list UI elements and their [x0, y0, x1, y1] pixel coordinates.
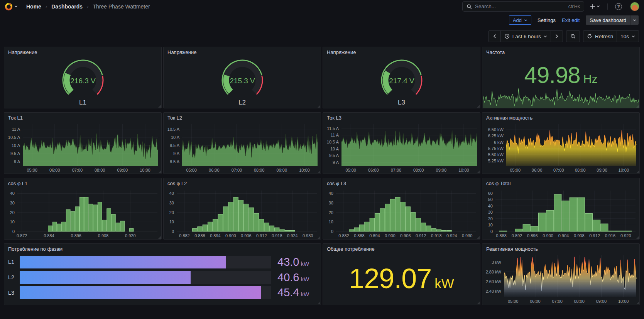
grafana-logo[interactable]	[5, 2, 18, 10]
svg-text:0.882: 0.882	[179, 233, 190, 238]
search-input[interactable]: Search... ctrl+k	[462, 1, 584, 12]
search-icon	[467, 4, 472, 9]
save-dashboard-button[interactable]: Save dashboard	[586, 15, 639, 25]
svg-text:0.920: 0.920	[125, 233, 136, 238]
svg-text:0.924: 0.924	[287, 233, 298, 238]
current-l2-chart[interactable]: 05:0006:0007:0008:0009:0010:0010.5 A10 A…	[164, 121, 321, 174]
panel-title[interactable]: Потребление по фазам	[4, 244, 321, 252]
chevron-down-icon	[632, 35, 635, 38]
gauge-chart[interactable]: 217.4 V L3	[323, 56, 480, 108]
panel-title[interactable]: Напряжение	[4, 47, 161, 56]
panel-title[interactable]: Реактивная мощность	[482, 244, 639, 252]
panel-title[interactable]: Ток L1	[4, 113, 161, 121]
zoom-out-button[interactable]	[566, 31, 580, 42]
refresh-interval-picker[interactable]: 10s	[617, 31, 639, 42]
gauge-chart[interactable]: 216.3 V L1	[4, 56, 161, 108]
help-icon: ?	[615, 3, 622, 10]
svg-text:11 A: 11 A	[331, 133, 339, 137]
svg-text:08:00: 08:00	[413, 168, 424, 172]
time-range-picker[interactable]: Last 6 hours	[500, 31, 551, 42]
panel-title[interactable]: Напряжение	[164, 47, 321, 56]
refresh-label: Refresh	[595, 34, 613, 39]
panel-phase-consumption: Потребление по фазам L1 43.0kW L2 40.6kW…	[4, 243, 321, 305]
svg-text:05:00: 05:00	[186, 168, 197, 172]
refresh-interval-label: 10s	[620, 34, 629, 39]
panel-title[interactable]: cos φ Total	[482, 178, 639, 187]
time-controls: Last 6 hours Refresh 10s	[0, 30, 644, 42]
zoom-out-icon	[570, 34, 576, 39]
gauge-chart[interactable]: 215.3 V L2	[164, 56, 321, 108]
gauge-label: L1	[79, 99, 86, 106]
svg-text:2.40 kW: 2.40 kW	[486, 289, 502, 294]
breadcrumb-dashboards[interactable]: Dashboards	[51, 3, 83, 10]
help-button[interactable]: ?	[612, 2, 625, 12]
reactive-power-chart[interactable]: 05:0006:0007:0008:0009:0010:003 kW2.80 k…	[482, 252, 639, 305]
save-options-button[interactable]	[630, 15, 639, 25]
cos-phi-l2-histogram[interactable]: 0.8820.8880.8940.9000.9060.9120.9180.924…	[164, 187, 321, 239]
svg-text:0.906: 0.906	[400, 233, 411, 238]
settings-button[interactable]: Settings	[538, 17, 556, 23]
panel-title[interactable]: cos φ L1	[4, 178, 161, 187]
stat-unit: kW	[434, 276, 454, 291]
bar-track[interactable]	[20, 286, 271, 299]
add-button[interactable]: Add	[509, 15, 531, 25]
svg-text:30: 30	[488, 210, 493, 214]
cos-phi-l1-histogram[interactable]: 0.8720.8840.8960.9080.920403020100	[4, 187, 161, 239]
current-l3-chart[interactable]: 05:0006:0007:0008:0009:0010:0011.5 A11 A…	[323, 121, 480, 174]
bar-gauge-row-l1: L1 43.0kW	[8, 256, 317, 268]
frequency-sparkline[interactable]	[483, 87, 639, 108]
plus-icon	[590, 4, 595, 9]
svg-text:10:00: 10:00	[140, 168, 150, 172]
svg-text:09:00: 09:00	[436, 168, 447, 172]
panel-title[interactable]: Общее потребление	[323, 244, 480, 252]
voltage-gauge-l1: 216.3 V	[50, 57, 116, 98]
exit-edit-button[interactable]: Exit edit	[562, 17, 580, 23]
bar-fill	[20, 286, 261, 299]
svg-text:0.916: 0.916	[605, 233, 616, 238]
svg-text:10 A: 10 A	[12, 143, 20, 148]
svg-text:20: 20	[169, 210, 174, 215]
svg-text:0.882: 0.882	[338, 233, 349, 238]
svg-text:5.75 kW: 5.75 kW	[488, 146, 504, 151]
panel-title[interactable]: Частота	[482, 47, 639, 56]
cos-phi-total-histogram[interactable]: 0.8880.8920.8960.9000.9040.9080.9120.916…	[482, 187, 639, 239]
user-avatar[interactable]	[630, 2, 639, 11]
cos-phi-l3-histogram[interactable]: 0.8820.8880.8940.9000.9060.9120.9180.924…	[323, 187, 480, 239]
refresh-button[interactable]: Refresh	[583, 31, 617, 42]
svg-text:0: 0	[490, 229, 493, 234]
svg-text:0: 0	[12, 229, 15, 234]
panel-title[interactable]: Ток L3	[323, 113, 480, 121]
svg-text:0.892: 0.892	[512, 233, 522, 238]
svg-text:9 A: 9 A	[173, 151, 180, 156]
svg-text:2.80 kW: 2.80 kW	[486, 270, 502, 274]
svg-text:06:00: 06:00	[368, 168, 379, 172]
breadcrumb-home[interactable]: Home	[26, 3, 41, 10]
svg-text:0.906: 0.906	[241, 233, 252, 238]
panel-title[interactable]: Напряжение	[323, 47, 480, 56]
time-shift-back-button[interactable]	[489, 31, 500, 42]
new-menu-button[interactable]	[587, 2, 603, 12]
svg-text:50: 50	[488, 197, 493, 202]
panel-title[interactable]: cos φ L2	[164, 178, 321, 187]
svg-text:0.918: 0.918	[431, 233, 442, 238]
panel-cos-phi-total: cos φ Total 0.8880.8920.8960.9000.9040.9…	[482, 178, 640, 240]
svg-text:0.912: 0.912	[589, 233, 600, 238]
panel-title[interactable]: Активная мощность	[482, 113, 639, 121]
bar-track[interactable]	[20, 271, 271, 284]
panel-title[interactable]: cos φ L3	[323, 178, 480, 187]
bar-gauge-row-l2: L2 40.6kW	[8, 271, 317, 284]
svg-text:5.50 kW: 5.50 kW	[488, 152, 504, 157]
search-placeholder: Search...	[475, 3, 496, 9]
bar-label: L3	[8, 290, 20, 296]
panel-frequency: Частота 49.98 Hz	[482, 47, 640, 108]
time-shift-forward-button[interactable]	[551, 31, 563, 42]
chevron-down-icon	[14, 5, 18, 8]
active-power-chart[interactable]: 05:0006:0007:0008:0009:0010:006.50 kW6.2…	[482, 121, 639, 174]
current-l1-chart[interactable]: 05:0006:0007:0008:0009:0010:0011 A10.5 A…	[4, 121, 161, 174]
svg-text:40: 40	[488, 204, 493, 208]
svg-text:08:00: 08:00	[574, 299, 585, 304]
bar-track[interactable]	[20, 256, 271, 268]
grafana-logo-icon	[5, 2, 13, 10]
svg-text:09:00: 09:00	[596, 299, 607, 304]
panel-title[interactable]: Ток L2	[164, 113, 321, 121]
